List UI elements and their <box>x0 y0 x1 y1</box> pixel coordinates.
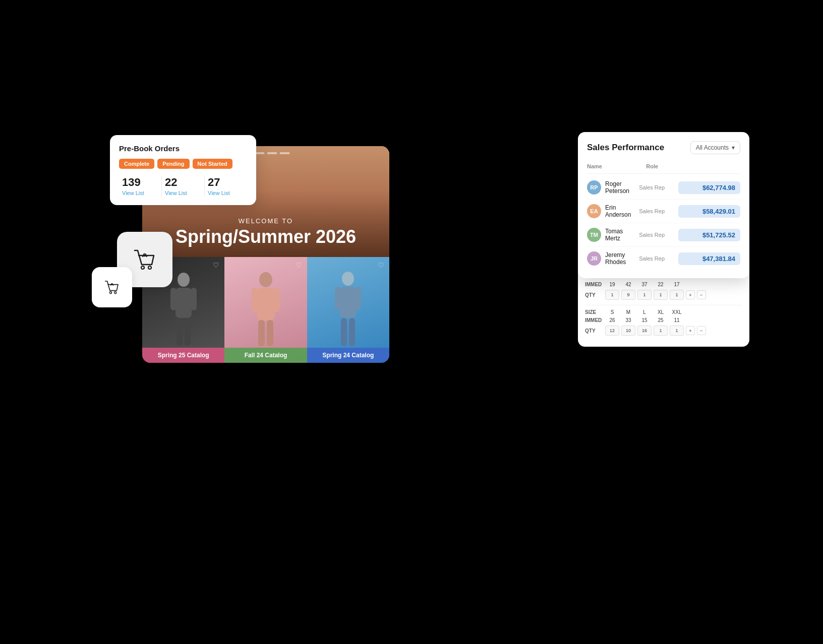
rep-name-text-0: Roger Peterson <box>605 180 639 195</box>
remove-btn[interactable]: − <box>697 326 706 335</box>
svg-rect-10 <box>177 318 183 346</box>
remove-btn[interactable]: − <box>697 290 706 299</box>
svg-point-0 <box>141 266 144 269</box>
immed-cell: 19 <box>605 282 619 287</box>
qty-input[interactable] <box>670 326 684 336</box>
rep-amount-3: $47,381.84 <box>678 252 740 265</box>
catalog-label-spring25: Spring 25 Catalog <box>142 348 224 363</box>
svg-point-6 <box>178 273 190 287</box>
svg-rect-15 <box>273 288 280 312</box>
col-name-header: Name <box>587 163 646 169</box>
notstarted-count: 27 <box>208 176 244 189</box>
col-amount-header <box>686 163 740 169</box>
add-btn[interactable]: + <box>686 326 695 335</box>
svg-rect-17 <box>267 320 273 346</box>
qty-input[interactable] <box>654 290 668 300</box>
accounts-dropdown[interactable]: All Accounts ▾ <box>690 141 740 154</box>
rep-name-1: EA Erin Anderson <box>587 204 639 218</box>
qty-input[interactable] <box>670 290 684 300</box>
sales-performance-card: Sales Performance All Accounts ▾ Name Ro… <box>578 132 749 278</box>
qty-row-2: QTY+− <box>585 326 742 336</box>
qty-input[interactable] <box>654 326 668 336</box>
svg-rect-13 <box>257 288 275 320</box>
size-cell: M <box>621 309 635 315</box>
rep-name-text-1: Erin Anderson <box>605 204 639 218</box>
complete-count: 139 <box>122 176 158 189</box>
rep-name-text-3: Jeremy Rhodes <box>605 251 639 266</box>
pending-stat: 22 View List <box>162 174 204 198</box>
svg-rect-11 <box>185 318 191 346</box>
heart-icon-spring25[interactable]: ♡ <box>213 261 219 269</box>
heart-icon-spring24[interactable]: ♡ <box>378 261 384 269</box>
sales-row: JR Jeremy Rhodes Sales Rep $47,381.84 <box>587 247 740 270</box>
catalog-hero-text: WELCOME TO Spring/Summer 2026 <box>175 217 356 247</box>
notstarted-view-link[interactable]: View List <box>208 190 244 196</box>
sales-row: RP Roger Peterson Sales Rep $62,774.98 <box>587 176 740 200</box>
svg-point-1 <box>148 266 151 269</box>
catalog-main-title: Spring/Summer 2026 <box>175 227 356 247</box>
svg-point-12 <box>259 272 272 287</box>
catalog-label-fall24: Fall 24 Catalog <box>224 348 307 363</box>
size-cell: S <box>605 309 619 315</box>
prebook-badges: Complete Pending Not Started <box>119 159 247 169</box>
chevron-down-icon: ▾ <box>732 144 735 151</box>
qty-row-1: QTY+− <box>585 290 742 300</box>
add-btn[interactable]: + <box>686 290 695 299</box>
prebook-title: Pre-Book Orders <box>119 144 247 153</box>
svg-point-18 <box>342 272 354 286</box>
svg-rect-8 <box>170 288 177 310</box>
immed-cell: 17 <box>670 282 684 287</box>
immed-cell: 37 <box>637 282 652 287</box>
immed-row-1: IMMED1942372217 <box>585 282 742 287</box>
complete-badge: Complete <box>119 159 154 169</box>
pending-view-link[interactable]: View List <box>165 190 201 196</box>
size-cell: XL <box>654 309 668 315</box>
col-role-header: Role <box>646 163 686 169</box>
qty-input[interactable] <box>605 326 619 336</box>
sales-table-header: Name Role <box>587 161 740 174</box>
catalog-grid: ♡ Spring 25 Catalog ♡ Fall 24 Catalog <box>142 257 389 363</box>
svg-rect-19 <box>340 287 356 318</box>
heart-icon-fall24[interactable]: ♡ <box>296 261 302 269</box>
svg-rect-22 <box>341 318 347 346</box>
svg-point-3 <box>109 292 111 294</box>
complete-view-link[interactable]: View List <box>122 190 158 196</box>
sales-title: Sales Performance <box>587 143 664 153</box>
rep-avatar-3: JR <box>587 251 601 266</box>
sales-row: TM Tomas Mertz Sales Rep $51,725.52 <box>587 223 740 247</box>
grid-divider <box>585 305 742 305</box>
immed-cell: 26 <box>605 317 619 323</box>
pending-badge: Pending <box>157 159 189 169</box>
catalog-item-fall24[interactable]: ♡ Fall 24 Catalog <box>224 257 307 363</box>
catalog-item-spring24[interactable]: ♡ Spring 24 Catalog <box>307 257 389 363</box>
rep-role-3: Sales Rep <box>639 255 678 262</box>
qty-input[interactable] <box>637 326 652 336</box>
rep-role-2: Sales Rep <box>639 232 678 238</box>
qty-input[interactable] <box>621 326 635 336</box>
qty-input[interactable] <box>637 290 652 300</box>
welcome-label: WELCOME TO <box>175 217 356 225</box>
immed-cell: 11 <box>670 317 684 323</box>
catalog-item-bg-spring24 <box>307 257 389 363</box>
rep-avatar-2: TM <box>587 228 601 242</box>
pending-count: 22 <box>165 176 201 189</box>
sales-row: EA Erin Anderson Sales Rep $58,429.01 <box>587 200 740 223</box>
sales-header: Sales Performance All Accounts ▾ <box>587 141 740 154</box>
immed-cell: 42 <box>621 282 635 287</box>
rep-name-3: JR Jeremy Rhodes <box>587 251 639 266</box>
qty-input[interactable] <box>605 290 619 300</box>
size-cell: L <box>637 309 652 315</box>
accounts-label: All Accounts <box>696 144 729 151</box>
add-remove-btns: +− <box>686 290 706 300</box>
prebook-orders-card: Pre-Book Orders Complete Pending Not Sta… <box>110 135 256 205</box>
rep-name-text-2: Tomas Mertz <box>605 228 639 242</box>
notstarted-badge: Not Started <box>193 159 232 169</box>
immed-cell: 15 <box>637 317 652 323</box>
svg-rect-23 <box>349 318 355 346</box>
size-cell: XXL <box>670 309 684 315</box>
prebook-stats: 139 View List 22 View List 27 View List <box>119 174 247 198</box>
qty-input[interactable] <box>621 290 635 300</box>
grid-section-2: SIZESMLXLXXLIMMED2633152511QTY+− <box>585 309 742 336</box>
catalog-label-spring24: Spring 24 Catalog <box>307 348 389 363</box>
immed-row-2: IMMED2633152511 <box>585 317 742 323</box>
